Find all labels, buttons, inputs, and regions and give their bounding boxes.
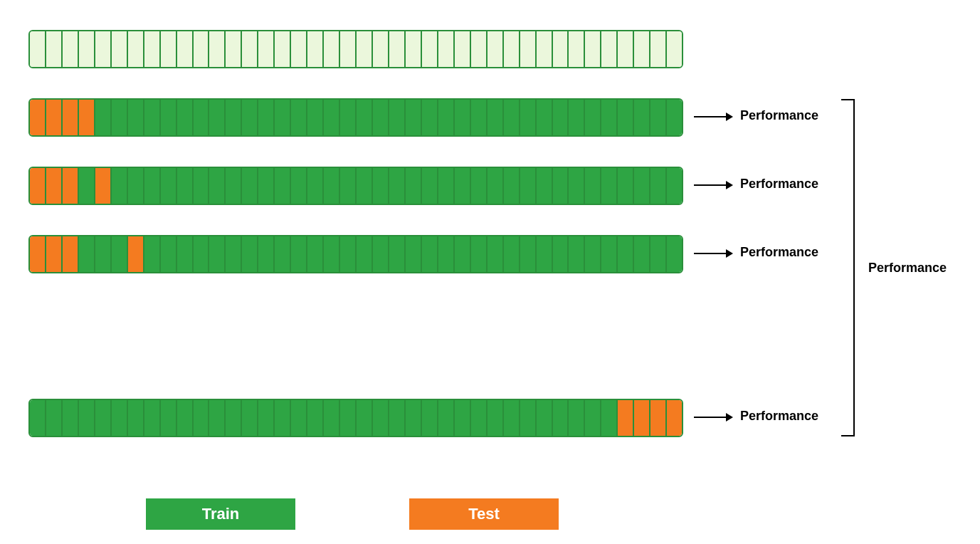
train-cell bbox=[422, 400, 438, 436]
empty-cell bbox=[389, 31, 406, 67]
legend-test: Test bbox=[409, 498, 559, 530]
train-cell bbox=[177, 168, 194, 204]
train-cell bbox=[389, 168, 406, 204]
train-cell bbox=[161, 168, 177, 204]
train-cell bbox=[488, 400, 504, 436]
train-cell bbox=[553, 168, 569, 204]
train-cell bbox=[618, 168, 634, 204]
train-cell bbox=[618, 236, 634, 272]
train-cell bbox=[373, 168, 389, 204]
train-cell bbox=[569, 236, 585, 272]
train-cell bbox=[177, 400, 194, 436]
svg-marker-7 bbox=[726, 413, 733, 422]
train-cell bbox=[307, 100, 324, 135]
train-cell bbox=[112, 168, 128, 204]
legend-train: Train bbox=[146, 498, 295, 530]
empty-cell bbox=[618, 31, 634, 67]
train-cell bbox=[324, 400, 340, 436]
empty-cell bbox=[177, 31, 194, 67]
train-cell bbox=[258, 168, 275, 204]
empty-cell bbox=[275, 31, 291, 67]
train-cell bbox=[471, 168, 488, 204]
train-cell bbox=[95, 236, 112, 272]
empty-cell bbox=[422, 31, 438, 67]
train-cell bbox=[455, 168, 471, 204]
svg-marker-1 bbox=[726, 113, 733, 121]
empty-cell bbox=[650, 31, 667, 67]
empty-cell bbox=[340, 31, 357, 67]
performance-label: Performance bbox=[740, 245, 818, 260]
train-cell bbox=[488, 100, 504, 135]
train-cell bbox=[258, 400, 275, 436]
empty-cell bbox=[209, 31, 226, 67]
train-cell bbox=[537, 168, 553, 204]
arrow-icon bbox=[694, 110, 733, 124]
train-cell bbox=[307, 400, 324, 436]
train-cell bbox=[242, 100, 258, 135]
performance-label: Performance bbox=[740, 177, 818, 192]
train-cell bbox=[357, 168, 373, 204]
empty-cell bbox=[438, 31, 455, 67]
train-cell bbox=[650, 168, 667, 204]
cross-validation-diagram: Performance Performance Performance Perf… bbox=[14, 14, 980, 544]
train-cell bbox=[79, 400, 95, 436]
train-cell bbox=[438, 400, 455, 436]
train-cell bbox=[373, 236, 389, 272]
train-cell bbox=[455, 400, 471, 436]
train-cell bbox=[291, 236, 307, 272]
empty-cell bbox=[128, 31, 144, 67]
train-cell bbox=[406, 400, 422, 436]
train-cell bbox=[537, 400, 553, 436]
train-cell bbox=[161, 236, 177, 272]
train-cell bbox=[209, 236, 226, 272]
test-cell bbox=[30, 100, 46, 135]
empty-cell bbox=[161, 31, 177, 67]
train-cell bbox=[291, 168, 307, 204]
train-cell bbox=[634, 168, 650, 204]
train-cell bbox=[226, 168, 242, 204]
train-cell bbox=[226, 400, 242, 436]
empty-cell bbox=[30, 31, 46, 67]
empty-cell bbox=[291, 31, 307, 67]
train-cell bbox=[128, 400, 144, 436]
empty-cell bbox=[520, 31, 537, 67]
train-cell bbox=[161, 400, 177, 436]
train-cell bbox=[340, 400, 357, 436]
overall-performance-label: Performance bbox=[868, 261, 947, 276]
arrow-icon bbox=[694, 246, 733, 261]
test-cell bbox=[618, 400, 634, 436]
empty-cell bbox=[569, 31, 585, 67]
train-cell bbox=[471, 400, 488, 436]
performance-label: Performance bbox=[740, 409, 818, 424]
train-cell bbox=[95, 400, 112, 436]
train-cell bbox=[258, 236, 275, 272]
train-cell bbox=[488, 236, 504, 272]
test-cell bbox=[46, 100, 63, 135]
empty-cell bbox=[634, 31, 650, 67]
train-cell bbox=[455, 100, 471, 135]
empty-cell bbox=[357, 31, 373, 67]
empty-cell bbox=[79, 31, 95, 67]
train-cell bbox=[275, 100, 291, 135]
train-cell bbox=[177, 100, 194, 135]
train-cell bbox=[601, 168, 618, 204]
train-cell bbox=[161, 100, 177, 135]
train-cell bbox=[520, 400, 537, 436]
empty-cell bbox=[194, 31, 210, 67]
arrow-icon bbox=[694, 410, 733, 424]
test-cell bbox=[95, 168, 112, 204]
empty-cell bbox=[226, 31, 242, 67]
train-cell bbox=[601, 236, 618, 272]
train-cell bbox=[144, 168, 161, 204]
train-cell bbox=[79, 236, 95, 272]
train-cell bbox=[438, 236, 455, 272]
train-cell bbox=[520, 168, 537, 204]
train-cell bbox=[63, 400, 79, 436]
arrow-icon bbox=[694, 178, 733, 192]
train-cell bbox=[601, 400, 618, 436]
train-cell bbox=[307, 168, 324, 204]
train-cell bbox=[569, 168, 585, 204]
train-cell bbox=[194, 168, 210, 204]
empty-cell bbox=[455, 31, 471, 67]
train-cell bbox=[585, 100, 601, 135]
